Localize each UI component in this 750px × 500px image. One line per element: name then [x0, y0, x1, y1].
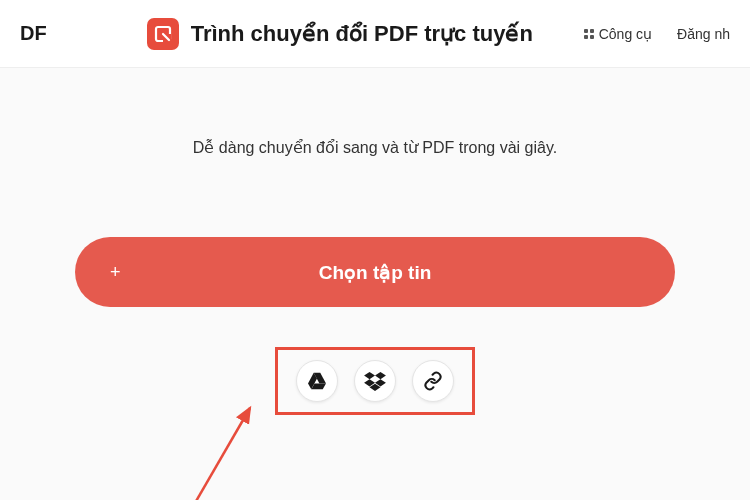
- page-title: Trình chuyển đổi PDF trực tuyến: [191, 21, 533, 47]
- brand-fragment: DF: [20, 22, 47, 45]
- choose-file-button[interactable]: + Chọn tập tin: [75, 237, 675, 307]
- svg-line-3: [195, 408, 250, 500]
- subtitle: Dễ dàng chuyển đổi sang và từ PDF trong …: [60, 138, 690, 157]
- grid-icon: [584, 29, 594, 39]
- link-icon: [423, 371, 443, 391]
- tools-menu[interactable]: Công cụ: [584, 26, 652, 42]
- dropbox-icon: [364, 371, 386, 391]
- annotation-arrow-icon: [180, 398, 270, 500]
- app-logo-icon: [147, 18, 179, 50]
- link-button[interactable]: [412, 360, 454, 402]
- choose-file-label: Chọn tập tin: [319, 261, 432, 284]
- alternate-sources: [275, 347, 475, 415]
- header-actions: Công cụ Đăng nh: [584, 26, 730, 42]
- login-link[interactable]: Đăng nh: [677, 26, 730, 42]
- header: DF Trình chuyển đổi PDF trực tuyến Công …: [0, 0, 750, 68]
- tools-label: Công cụ: [599, 26, 652, 42]
- dropbox-button[interactable]: [354, 360, 396, 402]
- plus-icon: +: [110, 262, 121, 283]
- main-content: Dễ dàng chuyển đổi sang và từ PDF trong …: [0, 68, 750, 415]
- google-drive-icon: [307, 372, 327, 390]
- header-title-group: Trình chuyển đổi PDF trực tuyến: [147, 18, 533, 50]
- google-drive-button[interactable]: [296, 360, 338, 402]
